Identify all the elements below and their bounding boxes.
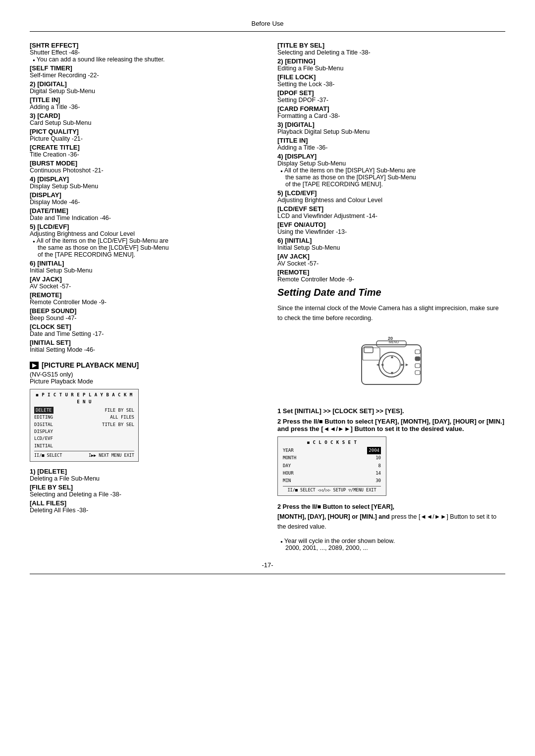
svg-rect-5 xyxy=(415,350,420,354)
clock-row-day: DAY 8 xyxy=(283,462,381,470)
label-lcd-evf-5: 5) [LCD/EVF] xyxy=(30,223,258,230)
svg-text:20: 20 xyxy=(388,336,393,341)
clock-set-image: ◼ C L O C K S E T YEAR 2004 MONTH 10 DAY… xyxy=(277,436,386,496)
text-delete-1: Deleting a File Sub-Menu xyxy=(30,475,258,482)
label-remote: [REMOTE] xyxy=(30,291,258,299)
entry-initial-6: 6) [INITIAL] Initial Setup Sub-Menu xyxy=(30,260,258,274)
label-card-format: [CARD FORMAT] xyxy=(277,105,505,112)
label-initial-6: 6) [INITIAL] xyxy=(30,260,258,267)
entry-remote: [REMOTE] Remote Controller Mode -9- xyxy=(30,291,258,306)
text-lcd-evf-set: LCD and Viewfinder Adjustment -14- xyxy=(277,213,505,219)
text-display-4-right-b: the same as those on the [DISPLAY] Sub-M… xyxy=(277,174,505,181)
svg-rect-0 xyxy=(362,345,421,384)
label-delete-1: 1) [DELETE] xyxy=(30,468,258,475)
label-dpof-set: [DPOF SET] xyxy=(277,89,505,97)
svg-rect-9 xyxy=(363,348,380,360)
label-clock-set: [CLOCK SET] xyxy=(30,323,258,330)
entry-evf-on-auto: [EVF ON/AUTO] Using the Viewfinder -13- xyxy=(277,221,505,235)
playback-mode-text: Picture Playback Mode xyxy=(30,378,258,385)
year-note: Year will cycle in the order shown below… xyxy=(277,538,505,544)
step1-label: 1 Set [INITIAL] >> [CLOCK SET] >> [YES]. xyxy=(277,407,505,415)
clock-row-hour: HOUR 14 xyxy=(283,470,381,477)
text-clock-set: Date and Time Setting -17- xyxy=(30,330,258,337)
label-evf-on-auto: [EVF ON/AUTO] xyxy=(277,221,505,228)
text-card-format: Formatting a Card -38- xyxy=(277,112,505,119)
entry-create-title: [CREATE TITLE] Title Creation -36- xyxy=(30,144,258,158)
label-card-3: 3) [CARD] xyxy=(30,112,258,119)
label-display-4-right: 4) [DISPLAY] xyxy=(277,153,505,160)
right-column: [TITLE BY SEL] Selecting and Deleting a … xyxy=(277,42,505,551)
playback-icon-box: ▶ xyxy=(30,362,39,369)
playback-menu-image: ◼ P I C T U R E P L A Y B A C K M E N U … xyxy=(30,389,258,462)
entry-card-3: 3) [CARD] Card Setup Sub-Menu xyxy=(30,112,258,126)
entry-title-by-sel: [TITLE BY SEL] Selecting and Deleting a … xyxy=(277,42,505,56)
entry-file-by-sel-left: [FILE BY SEL] Selecting and Deleting a F… xyxy=(30,484,258,498)
entry-clock-set: [CLOCK SET] Date and Time Setting -17- xyxy=(30,323,258,337)
text-self-timer: Self-timer Recording -22- xyxy=(30,72,258,79)
label-self-timer: [SELF TIMER] xyxy=(30,64,258,72)
text-editing-2: Editing a File Sub-Menu xyxy=(277,65,505,72)
entry-display: [DISPLAY] Display Mode -46- xyxy=(30,191,258,206)
label-date-time: [DATE/TIME] xyxy=(30,207,258,215)
text-dpof-set: Setting DPOF -37- xyxy=(277,97,505,104)
text-av-jack: AV Socket -57- xyxy=(30,283,258,290)
text-pict-quality: Picture Quality -21- xyxy=(30,135,258,142)
svg-rect-7 xyxy=(415,364,420,368)
menu-mock-title: ◼ P I C T U R E P L A Y B A C K M E N U xyxy=(34,391,134,406)
year-cycle: 2000, 2001, ..., 2089, 2000, ... xyxy=(277,544,505,551)
entry-title-in-right: [TITLE IN] Adding a Title -36- xyxy=(277,137,505,151)
entry-av-jack: [AV JACK] AV Socket -57- xyxy=(30,275,258,290)
label-initial-6-right: 6) [INITIAL] xyxy=(277,237,505,244)
label-initial-set: [INITIAL SET] xyxy=(30,339,258,346)
label-digital-2: 2) [DIGITAL] xyxy=(30,80,258,88)
svg-text:▲: ▲ xyxy=(390,354,394,359)
entry-title-in: [TITLE IN] Adding a Title -36- xyxy=(30,96,258,110)
text-digital-3-right: Playback Digital Setup Sub-Menu xyxy=(277,128,505,135)
label-file-lock: [FILE LOCK] xyxy=(277,73,505,81)
menu-mock-footer: II/■ SELECT I▶▶ NEXT MENU EXIT xyxy=(34,451,134,459)
svg-text:MENU: MENU xyxy=(389,340,399,344)
label-title-by-sel: [TITLE BY SEL] xyxy=(277,42,505,49)
playback-nv-label: (NV-GS15 only) xyxy=(30,371,258,378)
label-display-4: 4) [DISPLAY] xyxy=(30,175,258,183)
bullet-shtr-effect: You can add a sound like releasing the s… xyxy=(30,56,258,63)
text-burst-mode: Continuous Photoshot -21- xyxy=(30,167,258,174)
svg-text:►►: ►► xyxy=(400,362,409,367)
entry-all-files: [ALL FILES] Deleting All Files -38- xyxy=(30,499,258,514)
label-shtr-effect: [SHTR EFFECT] xyxy=(30,42,258,49)
entry-file-lock: [FILE LOCK] Setting the Lock -38- xyxy=(277,73,505,88)
text-display-4: Display Setup Sub-Menu xyxy=(30,183,258,190)
text-initial-set: Initial Setting Mode -46- xyxy=(30,346,258,353)
label-digital-3-right: 3) [DIGITAL] xyxy=(277,121,505,128)
page: Before Use [SHTR EFFECT] Shutter Effect … xyxy=(0,0,535,756)
left-column: [SHTR EFFECT] Shutter Effect -48- You ca… xyxy=(30,42,258,551)
svg-text:◄◄: ◄◄ xyxy=(375,362,384,367)
entry-lcd-evf-5-right: 5) [LCD/EVF] Adjusting Brightness and Co… xyxy=(277,189,505,204)
label-all-files: [ALL FILES] xyxy=(30,499,258,507)
camera-illustration: MENU 20 ◄◄ ►► ▲ ▼ xyxy=(347,330,436,399)
text-create-title: Title Creation -36- xyxy=(30,151,258,158)
entry-lcd-evf-5: 5) [LCD/EVF] Adjusting Brightness and Co… xyxy=(30,223,258,258)
svg-text:▼: ▼ xyxy=(390,371,394,376)
bullet-display-4-right: All of the items on the [DISPLAY] Sub-Me… xyxy=(277,167,505,174)
entry-editing-2: 2) [EDITING] Editing a File Sub-Menu xyxy=(277,57,505,72)
svg-rect-8 xyxy=(415,371,420,375)
text-initial-6-right: Initial Setup Sub-Menu xyxy=(277,244,505,251)
top-divider xyxy=(30,31,505,32)
label-av-jack: [AV JACK] xyxy=(30,275,258,283)
text-display-4-right: Display Setup Sub-Menu xyxy=(277,160,505,167)
label-burst-mode: [BURST MODE] xyxy=(30,160,258,167)
step2-number: 2 xyxy=(277,418,283,425)
entry-display-4-right: 4) [DISPLAY] Display Setup Sub-Menu All … xyxy=(277,153,505,188)
label-lcd-evf-set: [LCD/EVF SET] xyxy=(277,205,505,213)
text-digital-2: Digital Setup Sub-Menu xyxy=(30,88,258,95)
label-pict-quality: [PICT QUALITY] xyxy=(30,128,258,135)
text-date-time: Date and Time Indication -46- xyxy=(30,215,258,221)
label-display: [DISPLAY] xyxy=(30,191,258,199)
text-title-by-sel: Selecting and Deleting a Title -38- xyxy=(277,49,505,56)
svg-rect-6 xyxy=(415,357,420,361)
page-number: -17- xyxy=(30,561,505,569)
text-remote: Remote Controller Mode -9- xyxy=(30,299,258,306)
playback-menu-header: ▶ [PICTURE PLAYBACK MENU] xyxy=(30,361,258,369)
label-create-title: [CREATE TITLE] xyxy=(30,144,258,151)
